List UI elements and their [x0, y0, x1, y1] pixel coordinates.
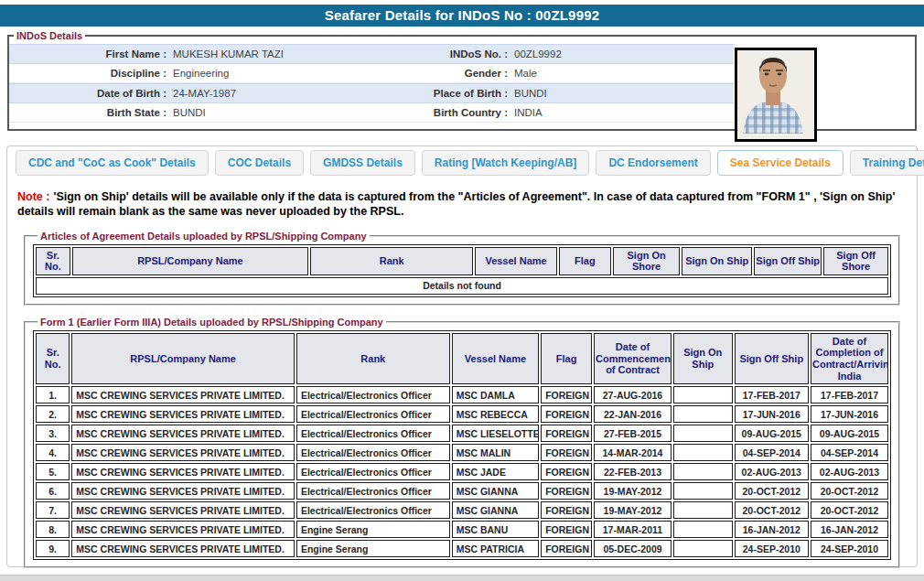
completion-date: 20-OCT-2012 — [811, 482, 888, 500]
column-header: Sign On Shore — [613, 247, 680, 275]
company-name: MSC CREWING SERVICES PRIVATE LIMITED. — [71, 425, 295, 442]
column-header: RPSL/Company Name — [72, 247, 308, 275]
field-value: INDIA — [508, 107, 734, 118]
column-header: Sr. No. — [36, 247, 70, 275]
column-header: Sr. No. — [36, 333, 70, 385]
serial-number: 1. — [36, 386, 70, 403]
flag: FOREIGN — [541, 405, 592, 423]
company-name: MSC CREWING SERVICES PRIVATE LIMITED. — [71, 501, 295, 519]
tab-coc-details[interactable]: COC Details — [215, 150, 304, 176]
field-label: Date of Birth : — [9, 88, 167, 99]
field-value: MUKESH KUMAR TAZI — [167, 48, 371, 59]
column-header: RPSL/Company Name — [71, 333, 295, 385]
vessel-name: MSC MALIN — [452, 444, 540, 461]
company-name: MSC CREWING SERVICES PRIVATE LIMITED. — [71, 463, 295, 480]
column-header: Sign On Ship — [682, 247, 752, 275]
sign-off-ship: 09-AUG-2015 — [735, 425, 809, 442]
seafarer-photo — [735, 48, 817, 142]
field-label: Discipline : — [9, 68, 167, 79]
table-header-row: Sr. No.RPSL/Company NameRankVessel NameF… — [36, 247, 888, 275]
vessel-name: MSC GIANNA — [452, 482, 540, 500]
completion-date: 09-AUG-2015 — [811, 425, 888, 442]
sign-off-ship: 20-OCT-2012 — [735, 501, 809, 519]
tab-sea-service-details[interactable]: Sea Service Details — [717, 150, 843, 176]
indos-details-legend: INDoS Details — [14, 30, 85, 41]
articles-table: Sr. No.RPSL/Company NameRankVessel NameF… — [33, 244, 891, 297]
commencement-date: 14-MAR-2014 — [594, 444, 672, 461]
vessel-name: MSC LIESELOTTE — [452, 425, 540, 442]
table-row: 8.MSC CREWING SERVICES PRIVATE LIMITED.E… — [36, 521, 888, 538]
completion-date: 17-FEB-2017 — [811, 386, 888, 403]
field-label: First Name : — [9, 48, 167, 59]
field-value: Engineering — [167, 68, 371, 79]
column-header: Sign Off Ship — [754, 247, 822, 275]
rank: Electrical/Electronics Officer — [296, 405, 450, 423]
note-text: Note :'Sign on Ship' details will be ava… — [17, 189, 907, 220]
indos-details-section: INDoS Details First Name :MUKESH KUMAR T… — [7, 30, 917, 131]
detail-row: Birth State :BUNDIBirth Country :INDIA — [9, 103, 734, 123]
commencement-date: 27-FEB-2015 — [594, 425, 672, 442]
page-bottom-strip — [0, 575, 924, 581]
completion-date: 24-SEP-2010 — [811, 540, 888, 557]
tab-training-details[interactable]: Training Details — [850, 150, 924, 176]
sign-on-ship — [673, 501, 733, 519]
serial-number: 7. — [36, 501, 70, 519]
detail-row: First Name :MUKESH KUMAR TAZIINDoS No. :… — [9, 44, 734, 64]
empty-message: Details not found — [36, 277, 888, 295]
form1-table-body: 1.MSC CREWING SERVICES PRIVATE LIMITED.E… — [36, 386, 888, 557]
column-header: Rank — [296, 333, 450, 385]
table-row: 5.MSC CREWING SERVICES PRIVATE LIMITED.E… — [36, 463, 888, 480]
field-value: BUNDI — [508, 88, 734, 99]
company-name: MSC CREWING SERVICES PRIVATE LIMITED. — [71, 386, 295, 403]
detail-row: Date of Birth :24-MAY-1987Place of Birth… — [9, 83, 734, 103]
column-header: Date of Commencement of Contract — [594, 333, 672, 385]
sign-off-ship: 20-OCT-2012 — [735, 482, 809, 500]
company-name: MSC CREWING SERVICES PRIVATE LIMITED. — [71, 540, 295, 557]
column-header: Sign On Ship — [673, 333, 733, 385]
indos-details-rows: First Name :MUKESH KUMAR TAZIINDoS No. :… — [9, 44, 734, 123]
company-name: MSC CREWING SERVICES PRIVATE LIMITED. — [71, 405, 295, 423]
field-value: 24-MAY-1987 — [167, 88, 371, 99]
field-label: INDoS No. : — [371, 48, 508, 59]
flag: FOREIGN — [541, 482, 592, 500]
commencement-date: 17-MAR-2011 — [594, 521, 672, 538]
form1-table: Sr. No.RPSL/Company NameRankVessel NameF… — [33, 330, 891, 561]
completion-date: 20-OCT-2012 — [811, 501, 888, 519]
empty-row: Details not found — [36, 277, 888, 295]
column-header: Sign Off Ship — [735, 333, 809, 385]
tab-rating-watch-keeping-ab[interactable]: Rating [Watch Keeping/AB] — [422, 150, 590, 176]
field-value: BUNDI — [167, 107, 371, 118]
vessel-name: MSC PATRICIA — [452, 540, 540, 557]
sign-off-ship: 16-JAN-2012 — [735, 521, 809, 538]
table-row: 6.MSC CREWING SERVICES PRIVATE LIMITED.E… — [36, 482, 888, 500]
sign-on-ship — [673, 444, 733, 461]
rank: Electrical/Electronics Officer — [296, 425, 450, 442]
vessel-name: MSC DAMLA — [452, 386, 540, 403]
column-header: Flag — [541, 333, 592, 385]
table-row: 9.MSC CREWING SERVICES PRIVATE LIMITED.E… — [36, 540, 888, 557]
rank: Electrical/Electronics Officer — [296, 463, 450, 480]
field-label: Gender : — [371, 68, 508, 79]
completion-date: 17-JUN-2016 — [811, 405, 888, 423]
detail-row: Discipline :EngineeringGender :Male — [9, 64, 734, 83]
table-row: 3.MSC CREWING SERVICES PRIVATE LIMITED.E… — [36, 425, 888, 442]
articles-table-header: Sr. No.RPSL/Company NameRankVessel NameF… — [36, 247, 888, 275]
field-value: 00ZL9992 — [508, 48, 734, 59]
vessel-name: MSC JADE — [452, 463, 540, 480]
column-header: Flag — [559, 247, 611, 275]
flag: FOREIGN — [541, 444, 592, 461]
serial-number: 8. — [36, 521, 70, 538]
tab-dc-endorsement[interactable]: DC Endorsement — [596, 150, 710, 176]
commencement-date: 27-AUG-2016 — [594, 386, 672, 403]
serial-number: 3. — [36, 425, 70, 442]
serial-number: 2. — [36, 405, 70, 423]
note-label: Note : — [17, 190, 49, 203]
tab-bar: CDC and "CoC as Cook" DetailsCOC Details… — [16, 150, 917, 176]
sign-off-ship: 17-JUN-2016 — [735, 405, 809, 423]
column-header: Vessel Name — [475, 247, 556, 275]
flag: FOREIGN — [541, 425, 592, 442]
tab-gmdss-details[interactable]: GMDSS Details — [310, 150, 415, 176]
form1-table-header: Sr. No.RPSL/Company NameRankVessel NameF… — [36, 333, 888, 385]
form1-legend: Form 1 (Earlier Form IIIA) Details uploa… — [38, 317, 386, 328]
tab-cdc-and-coc-as-cook-details[interactable]: CDC and "CoC as Cook" Details — [16, 150, 209, 176]
